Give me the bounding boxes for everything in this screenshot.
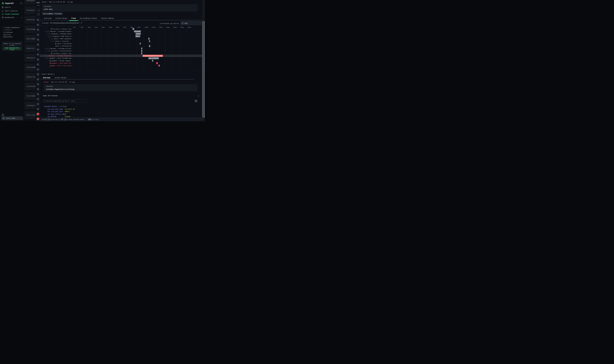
edit-pencil-icon[interactable] <box>81 22 82 24</box>
session-list-item[interactable]: Deion37@gm <box>25 25 35 33</box>
collapse-section-icon[interactable] <box>198 95 199 97</box>
session-event-row[interactable] <box>36 47 40 52</box>
service-name-chip[interactable]: ServiceName: frontend <box>42 13 63 15</box>
get-started-button[interactable]: Get Started for Free <box>3 47 21 50</box>
tab-surrounding-context[interactable]: Surrounding Context <box>78 16 99 20</box>
preset-services[interactable]: Services <box>3 34 11 36</box>
chevron-down-icon[interactable] <box>46 33 48 34</box>
create-dashboard-button[interactable]: + Create Dashboard <box>3 27 19 28</box>
trace-span-row[interactable]: (2)quote | {closure}{ <box>40 40 202 42</box>
session-list-item[interactable]: Anonymous <box>25 16 35 24</box>
trace-span-row[interactable]: currency | Convert convers…C <box>40 52 202 54</box>
preset-kubernetes[interactable]: Kubernetes <box>3 36 13 38</box>
preset-clickhouse[interactable]: Clickhouse <box>3 31 13 33</box>
event-details-tab-overview[interactable]: Overview <box>41 76 52 79</box>
session-list-item[interactable]: Pearl43@ho <box>25 92 35 100</box>
session-event-row[interactable] <box>36 106 40 111</box>
chevron-down-icon[interactable] <box>48 36 49 37</box>
tab-session-replay[interactable]: Session Replay <box>99 16 116 20</box>
attribute-row[interactable]: net.sock.peer.port"50051" <box>47 111 70 113</box>
waterfall-scrollbar[interactable] <box>202 0 203 121</box>
attribute-row[interactable]: rpc.method"Charge" <box>47 116 71 117</box>
session-list-item[interactable]: Howard.Run <box>25 73 35 81</box>
session-list-item[interactable]: Kieran92@h <box>25 63 35 71</box>
trace-span-row[interactable]: (1)shipping | oteldemo.Shipping…otelde <box>40 33 202 35</box>
event-details-tab-column-values[interactable]: Column Values <box>52 76 68 79</box>
trace-span-row[interactable]: (1)currency | Currency/ConvertC <box>40 50 202 52</box>
session-event-row[interactable] <box>36 27 40 32</box>
session-event-row[interactable] <box>36 72 40 77</box>
trace-span-row[interactable]: (1)checkout | oteldemo.CurrencySe…o <box>40 47 202 50</box>
attribute-row[interactable]: rpc.grpc.status_code"2" <box>47 113 67 115</box>
chevron-down-icon[interactable] <box>51 41 52 41</box>
tab-trace[interactable]: Trace <box>69 16 78 20</box>
trace-span-row[interactable]: (1)shipping | POST http://quo…POST h <box>40 35 202 38</box>
chevron-down-icon[interactable] <box>46 51 48 51</box>
session-event-row[interactable] <box>36 37 40 42</box>
attributes-search-input[interactable] <box>46 100 83 102</box>
chevron-down-icon[interactable] <box>45 31 46 32</box>
span-duration-bar[interactable]: C <box>132 28 134 30</box>
session-event-row[interactable] <box>36 67 40 72</box>
trace-span-row[interactable]: (3)payment | grpc.oteldemo.Paymen…grpc.o… <box>40 57 202 59</box>
sidebar-item-client-sessions[interactable]: Client Sessions <box>0 12 24 16</box>
span-duration-bar[interactable]: V <box>156 62 158 64</box>
span-duration-bar[interactable]: P <box>148 38 150 40</box>
session-list-item[interactable]: Dolly.Lubo <box>25 111 35 119</box>
session-event-row[interactable] <box>36 97 40 102</box>
sidebar-item-chart-explorer[interactable]: Chart Explorer <box>0 9 24 13</box>
session-event-row[interactable] <box>36 87 40 91</box>
trace-span-row[interactable]: payment | Error: Visa cache ful…E <box>40 64 202 67</box>
trace-span-row[interactable]: quote | Calculated q…C <box>40 42 202 45</box>
trace-span-row[interactable]: (1)checkout | oteldemo.ShippingSe…otelde… <box>40 30 202 32</box>
span-duration-bar[interactable]: c <box>149 45 150 47</box>
chevron-down-icon[interactable] <box>45 58 46 59</box>
chevron-down-icon[interactable] <box>45 48 46 49</box>
session-search-input[interactable] <box>37 9 40 12</box>
span-duration-bar[interactable]: otelde <box>135 33 141 35</box>
trace-span-row[interactable]: payment | Charge request rec…C <box>40 59 202 62</box>
session-event-row[interactable] <box>36 22 40 27</box>
session-event-row[interactable] <box>36 111 40 116</box>
span-duration-bar[interactable]: C <box>140 43 141 45</box>
session-list-item[interactable]: Shaniya.Sc <box>25 54 35 62</box>
sidebar-item-search[interactable]: Search <box>0 6 24 9</box>
chevron-down-icon[interactable] <box>49 38 50 39</box>
trace-span-row[interactable]: currency | Convert convers…C <box>40 28 202 30</box>
chevron-down-icon[interactable] <box>43 55 45 56</box>
tab-column-values[interactable]: Column Values <box>53 16 69 20</box>
sidebar-collapse-icon[interactable] <box>20 2 22 4</box>
session-event-row[interactable] <box>36 52 40 57</box>
session-event-row[interactable] <box>36 62 40 67</box>
session-list-item[interactable]: Ernesto33@ <box>25 82 35 91</box>
session-event-row[interactable] <box>36 57 40 62</box>
user-menu[interactable]: U Local mode › <box>1 116 23 120</box>
session-event-row[interactable] <box>36 92 40 97</box>
trace-span-row[interactable]: (1)quote | POST /getquoteP <box>40 38 202 40</box>
session-list-item[interactable]: Roderick_S <box>25 44 35 52</box>
presets-header[interactable]: PRESETS <box>3 29 12 31</box>
span-duration-bar[interactable]: C <box>152 60 153 62</box>
trace-span-row[interactable]: payment | Visa cache full: c…V <box>40 62 202 64</box>
session-list-item[interactable]: Jonathan.B <box>25 102 35 110</box>
session-event-row[interactable] <box>36 77 40 82</box>
span-duration-bar[interactable]: oteldemo.PaymentService/Char <box>143 55 163 57</box>
session-event-row[interactable] <box>36 17 40 22</box>
session-event-row[interactable] <box>36 32 40 37</box>
span-duration-bar[interactable]: oteldemo. <box>134 30 141 32</box>
help-button[interactable]: ? <box>1 113 4 117</box>
log-source-select[interactable]: Logs ˄˅ <box>181 21 201 25</box>
session-list-item[interactable]: Anonymous <box>25 0 35 5</box>
session-list-item[interactable]: Anonymous <box>25 6 35 14</box>
session-event-row[interactable] <box>36 82 40 87</box>
span-duration-bar[interactable]: { <box>149 40 150 42</box>
session-event-row[interactable] <box>36 116 40 121</box>
span-duration-bar[interactable]: POST h <box>135 35 140 38</box>
span-duration-bar[interactable]: C <box>141 52 142 54</box>
tab-overview[interactable]: Overview <box>42 16 53 20</box>
session-filter-tab[interactable]: H <box>37 13 40 16</box>
session-event-row[interactable] <box>36 42 40 47</box>
attribute-row[interactable]: net.sock.peer.addr"172.28.0.10" <box>47 108 75 110</box>
trace-span-row[interactable]: (1)checkout | oteldemo.PaymentServi…otel… <box>40 54 202 57</box>
drawer-scrollbar[interactable] <box>203 0 205 121</box>
